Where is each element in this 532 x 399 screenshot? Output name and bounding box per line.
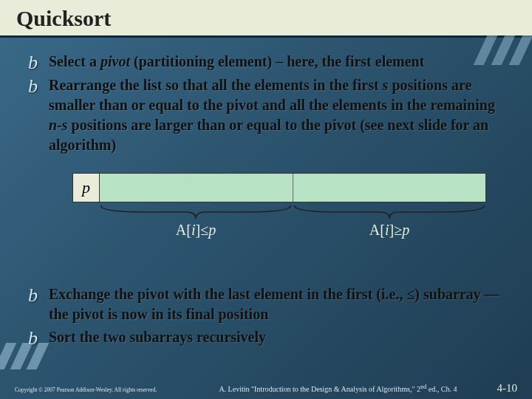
bullet-text: Rearrange the list so that all the eleme… [49, 75, 510, 155]
bullet-item: bSelect a pivot (partitioning element) –… [28, 52, 510, 72]
left-partition-label: A[i]≤p [99, 222, 293, 239]
content-area: bSelect a pivot (partitioning element) –… [28, 52, 510, 252]
pivot-cell: p [73, 174, 100, 202]
bullet-item: bRearrange the list so that all the elem… [28, 75, 510, 155]
bullet-item: bSort the two subarrays recursively [28, 327, 510, 348]
right-partition-label: A[i]≥p [293, 222, 486, 239]
slide-title: Quicksort [16, 6, 516, 31]
bullet-item: bExchange the pivot with the last elemen… [28, 284, 510, 324]
bottom-bullets: bExchange the pivot with the last elemen… [28, 284, 510, 351]
bullet-icon: b [28, 327, 49, 348]
footer: Copyright © 2007 Pearson Addison-Wesley.… [15, 382, 517, 395]
source-text: A. Levitin "Introduction to the Design &… [157, 383, 497, 393]
bullet-text: Exchange the pivot with the last element… [49, 284, 510, 324]
left-partition-cell [100, 174, 293, 202]
bullet-icon: b [28, 284, 49, 305]
page-number: 4-10 [497, 382, 518, 395]
partition-diagram: p A[i]≤p A[i]≥p [72, 173, 486, 239]
right-partition-cell [293, 174, 486, 202]
bullet-text: Select a pivot (partitioning element) – … [49, 52, 424, 72]
bullet-text: Sort the two subarrays recursively [49, 327, 266, 347]
right-brace [293, 204, 486, 220]
left-brace [99, 204, 293, 220]
array-row: p [72, 173, 486, 202]
bullet-icon: b [28, 52, 49, 72]
bullet-icon: b [28, 75, 49, 96]
title-bar: Quicksort [0, 0, 532, 38]
copyright-text: Copyright © 2007 Pearson Addison-Wesley.… [15, 386, 157, 393]
